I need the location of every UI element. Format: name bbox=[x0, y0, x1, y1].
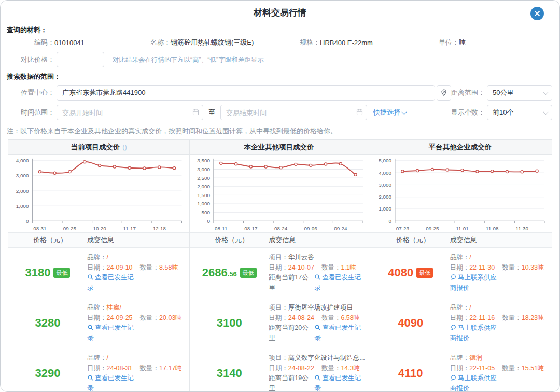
action-line: 马上联系供应商报价 bbox=[450, 273, 549, 293]
search-icon bbox=[314, 274, 321, 281]
svg-text:3,000: 3,000 bbox=[198, 166, 211, 172]
market-comparison-grid: 当前项目成交价 () 01,0002,0003,0004,00008-3109-… bbox=[8, 139, 552, 392]
display-count-select[interactable]: 前10个 bbox=[487, 105, 552, 120]
svg-text:4,000: 4,000 bbox=[16, 158, 29, 163]
price-column-header: 价格（元） bbox=[190, 235, 269, 245]
svg-text:10-20: 10-20 bbox=[93, 226, 106, 231]
contact-supplier-link[interactable]: 马上联系供应商报价 bbox=[450, 273, 502, 293]
brand-or-project-line: 项目：华川云谷 bbox=[269, 253, 367, 263]
brand-or-project-line: 项目：高义数字化设计与制造总... bbox=[269, 353, 367, 363]
svg-text:08-11: 08-11 bbox=[215, 226, 228, 231]
svg-text:09-25: 09-25 bbox=[63, 226, 77, 231]
price-value: 3180 bbox=[25, 266, 51, 279]
price-value: 4080 bbox=[388, 266, 413, 279]
start-date-input[interactable] bbox=[57, 105, 203, 120]
action-line: 马上联系供应商报价 bbox=[450, 373, 549, 392]
current-project-column: 当前项目成交价 () 01,0002,0003,0004,00008-3109-… bbox=[8, 140, 189, 392]
end-date-picker[interactable] bbox=[220, 105, 367, 120]
distance-text: 距离当前19公里 bbox=[269, 373, 314, 392]
price-trend-chart: 01,0002,0003,0004,0005,00007-2309-2511-0… bbox=[371, 156, 551, 232]
material-code-field: 编码： 01010041 bbox=[14, 38, 150, 47]
display-count-label: 显示个数： bbox=[451, 108, 485, 117]
svg-text:0: 0 bbox=[388, 218, 391, 224]
action-line: 马上联系供应商报价 bbox=[450, 323, 549, 343]
date-qty-line: 日期：24-09-25数量：20.03吨 bbox=[87, 313, 186, 324]
close-button[interactable] bbox=[530, 7, 544, 20]
pick-location-button[interactable] bbox=[437, 85, 451, 101]
brand-or-project-line: 项目：厚街屠宰场改扩建项目 bbox=[269, 303, 367, 313]
brand-or-project-line: 品牌：/ bbox=[87, 353, 186, 363]
table-header-row: 价格（元） 成交信息 bbox=[190, 232, 370, 248]
chat-icon bbox=[450, 324, 457, 331]
view-records-link[interactable]: 查看已发生记录 bbox=[87, 373, 139, 392]
chevron-down-icon bbox=[402, 109, 407, 115]
contact-supplier-link[interactable]: 马上联系供应商报价 bbox=[450, 373, 502, 392]
view-records-link[interactable]: 查看已发生记录 bbox=[314, 373, 366, 392]
deal-info: 品牌：德润日期：22-11-05数量：15.51吨马上联系供应商报价 bbox=[450, 353, 552, 392]
price-cell: 4090 bbox=[371, 303, 450, 343]
info-column-header: 成交信息 bbox=[450, 235, 552, 245]
view-records-link[interactable]: 查看已发生记录 bbox=[314, 323, 366, 343]
svg-text:12-18: 12-18 bbox=[153, 226, 166, 231]
view-records-link[interactable]: 查看已发生记录 bbox=[87, 273, 139, 293]
deal-rows: 4080最低品牌：/日期：22-11-30数量：10.33吨马上联系供应商报价4… bbox=[371, 248, 552, 392]
unit-label: 单位： bbox=[439, 38, 459, 47]
date-qty-line: 日期：24-09-10数量：8.58吨 bbox=[87, 263, 186, 273]
column-title-bar: 当前项目成交价 () bbox=[8, 140, 189, 155]
close-icon bbox=[534, 10, 540, 17]
location-pin-icon bbox=[440, 89, 448, 97]
chart-area: 05001,0001,5002,0002,5003,0003,50008-110… bbox=[190, 155, 370, 232]
view-records-link[interactable]: 查看已发生记录 bbox=[87, 323, 139, 343]
date-qty-line: 日期：22-11-16数量：18.23吨 bbox=[450, 313, 549, 324]
table-row: 4080最低品牌：/日期：22-11-30数量：10.33吨马上联系供应商报价 bbox=[371, 248, 552, 298]
svg-text:2,500: 2,500 bbox=[198, 175, 211, 181]
distance-range-select[interactable]: 50公里 bbox=[487, 85, 552, 101]
date-qty-line: 日期：22-11-05数量：15.51吨 bbox=[450, 363, 549, 374]
chat-icon bbox=[450, 274, 457, 281]
column-title: 当前项目成交价 bbox=[71, 143, 120, 152]
deal-info: 项目：华川云谷日期：24-10-07数量：1.1吨距离当前17公里查看已发生记录 bbox=[269, 253, 370, 293]
price-value: 3140 bbox=[217, 367, 242, 380]
action-line: 查看已发生记录 bbox=[87, 373, 186, 392]
column-title-suffix: () bbox=[122, 144, 127, 151]
brand-or-project-line: 品牌：/ bbox=[450, 303, 549, 313]
name-value: 钢筋砼用热轧螺纹钢(三级E) bbox=[171, 38, 254, 47]
location-input[interactable] bbox=[57, 85, 435, 101]
svg-text:2,000: 2,000 bbox=[379, 194, 391, 200]
date-qty-line: 日期：24-08-22数量：14.3吨 bbox=[269, 363, 367, 374]
distance-range-value: 50公里 bbox=[493, 88, 513, 97]
svg-text:08-24: 08-24 bbox=[274, 226, 288, 231]
price-value: 3100 bbox=[217, 316, 242, 330]
table-row: 3280品牌：桂鑫/日期：24-09-25数量：20.03吨查看已发生记录 bbox=[8, 298, 189, 348]
price-cell: 3180最低 bbox=[8, 253, 87, 293]
view-records-link[interactable]: 查看已发生记录 bbox=[314, 273, 366, 293]
material-fields-row: 编码： 01010041 名称： 钢筋砼用热轧螺纹钢(三级E) 规格： HRB4… bbox=[1, 36, 559, 49]
start-date-picker[interactable] bbox=[57, 105, 203, 120]
unit-value: 吨 bbox=[459, 38, 466, 47]
spec-label: 规格： bbox=[300, 38, 320, 47]
code-label: 编码： bbox=[14, 38, 54, 47]
distance-range-label: 距离范围： bbox=[451, 88, 485, 97]
date-qty-line: 日期：24-08-31数量：17.17吨 bbox=[87, 363, 186, 374]
compare-price-row: 对比价格： 对比结果会在行情的下方以“高”、“低”字眼和差距显示 bbox=[1, 49, 559, 70]
compare-price-input[interactable] bbox=[57, 52, 104, 67]
chart-area: 01,0002,0003,0004,00008-3109-2510-2011-1… bbox=[8, 155, 189, 232]
table-row: 4090品牌：/日期：22-11-16数量：18.23吨马上联系供应商报价 bbox=[371, 298, 552, 348]
end-date-input[interactable] bbox=[220, 105, 367, 120]
date-qty-line: 日期：24-08-24数量：6.58吨 bbox=[269, 313, 367, 324]
price-cell: 4110 bbox=[371, 353, 450, 392]
column-title-bar: 本企业其他项目成交价 bbox=[190, 140, 370, 155]
search-icon bbox=[87, 324, 94, 331]
material-spec-field: 规格： HRB400 E-22mm bbox=[300, 38, 439, 47]
time-range-label: 时间范围： bbox=[14, 108, 54, 117]
lowest-badge: 最低 bbox=[416, 268, 433, 278]
location-row: 位置中心： 距离范围： 50公里 bbox=[1, 83, 559, 102]
table-row: 3140项目：高义数字化设计与制造总...日期：24-08-22数量：14.3吨… bbox=[190, 348, 370, 392]
brand-or-project-line: 品牌：/ bbox=[87, 253, 186, 263]
quick-select-link[interactable]: 快捷选择 bbox=[373, 108, 406, 117]
dialog-header: 材料交易行情 bbox=[1, 1, 559, 23]
compare-hint: 对比结果会在行情的下方以“高”、“低”字眼和差距显示 bbox=[113, 55, 264, 64]
contact-supplier-link[interactable]: 马上联系供应商报价 bbox=[450, 323, 502, 343]
table-row: 2686.56最低项目：华川云谷日期：24-10-07数量：1.1吨距离当前17… bbox=[190, 248, 370, 298]
svg-text:0: 0 bbox=[26, 218, 29, 224]
